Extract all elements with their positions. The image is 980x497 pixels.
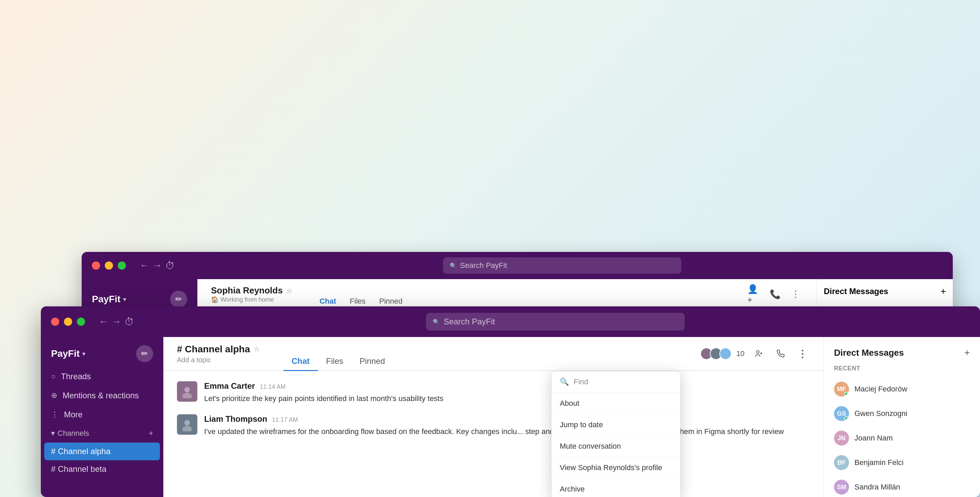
user-name-back: Sophia Reynolds ☆: [211, 285, 292, 296]
search-icon-back: 🔍: [450, 263, 457, 269]
nav-back-front[interactable]: ←: [99, 316, 108, 327]
chevron-down-icon: ▾: [82, 350, 85, 357]
window-front: ← → ⏱ 🔍 Search PayFit PayFit ▾ ✏ ○ Threa…: [41, 306, 980, 497]
avatar-emma-carter: [177, 381, 197, 402]
avatar-benjamin: BF: [834, 455, 849, 470]
minimize-button-front[interactable]: [64, 318, 72, 326]
maximize-button-front[interactable]: [77, 318, 85, 326]
more-options-icon[interactable]: ⋮: [795, 346, 810, 361]
tab-files-front[interactable]: Files: [318, 352, 352, 371]
dm-item-joann[interactable]: JN Joann Nam: [834, 426, 970, 450]
traffic-lights-front: [51, 318, 85, 326]
compose-button-back[interactable]: ✏: [170, 291, 187, 308]
tab-pinned-front[interactable]: Pinned: [352, 352, 393, 371]
sidebar-item-mentions[interactable]: ⊕ Mentions & reactions: [41, 386, 163, 405]
svg-point-3: [185, 387, 190, 392]
more-dots-icon: ⋮: [51, 410, 59, 419]
chat-header-back: Sophia Reynolds ☆ 🏠 Working from home Ch…: [197, 279, 817, 310]
message-content-2: Liam Thompson 11:17 AM I've updated the …: [204, 414, 810, 437]
search-placeholder-back: Search PayFit: [460, 261, 507, 270]
channels-chevron-icon: ▾: [51, 429, 55, 438]
maximize-button-back[interactable]: [118, 261, 126, 269]
message-content-1: Emma Carter 11:14 AM Let's prioritize th…: [204, 381, 810, 404]
sidebar-item-more[interactable]: ⋮ More: [41, 405, 163, 424]
dm-name-benjamin: Benjamin Felci: [854, 458, 904, 467]
member-avatars: [700, 347, 732, 360]
message-header-1: Emma Carter 11:14 AM: [204, 381, 810, 391]
dm-item-maciej[interactable]: MF Maciej Fedorów: [834, 377, 970, 401]
dm-name-joann: Joann Nam: [854, 434, 893, 443]
phone-call-icon[interactable]: [773, 346, 788, 361]
message-2: Liam Thompson 11:17 AM I've updated the …: [177, 414, 810, 437]
find-search-icon: 🔍: [560, 378, 569, 386]
star-icon-back[interactable]: ☆: [286, 287, 292, 295]
message-header-2: Liam Thompson 11:17 AM: [204, 414, 810, 424]
more-icon-back[interactable]: ⋮: [788, 287, 803, 302]
dm-item-benjamin[interactable]: BF Benjamin Felci: [834, 450, 970, 475]
dropdown-view-profile[interactable]: View Sophia Reynolds's profile: [552, 457, 680, 479]
nav-back-back[interactable]: ←: [140, 260, 149, 271]
nav-arrows-front: ← → ⏱: [99, 316, 134, 328]
channel-alpha-label: # Channel alpha: [51, 447, 111, 456]
user-status-back: 🏠 Working from home: [211, 296, 292, 303]
workspace-name-back[interactable]: PayFit ▾: [92, 294, 126, 305]
dm-header-back: Direct Messages +: [824, 286, 946, 297]
more-label: More: [64, 410, 83, 419]
search-bar-front[interactable]: 🔍 Search PayFit: [426, 313, 685, 331]
clock-icon-back: ⏱: [165, 260, 175, 271]
compose-button-front[interactable]: ✏: [136, 345, 153, 362]
add-channel-icon[interactable]: +: [149, 429, 153, 438]
threads-label: Threads: [61, 372, 91, 381]
chat-tabs-back: Chat Files Pinned: [313, 279, 409, 310]
search-placeholder-front: Search PayFit: [444, 317, 495, 327]
tab-chat-front[interactable]: Chat: [283, 352, 318, 371]
message-author-1: Emma Carter: [204, 381, 255, 391]
dm-name-gwen: Gwen Sonzogni: [854, 409, 907, 418]
minimize-button-back[interactable]: [105, 261, 113, 269]
dropdown-jump-to-date[interactable]: Jump to date: [552, 414, 680, 436]
close-button-back[interactable]: [92, 261, 100, 269]
search-bar-back[interactable]: 🔍 Search PayFit: [443, 257, 681, 274]
dm-item-gwen[interactable]: GS Gwen Sonzogni: [834, 401, 970, 426]
nav-forward-back[interactable]: →: [153, 260, 162, 271]
star-channel-icon[interactable]: ☆: [253, 345, 259, 354]
dropdown-about[interactable]: About: [552, 393, 680, 414]
sidebar-item-threads[interactable]: ○ Threads: [41, 367, 163, 386]
dm-add-button[interactable]: +: [964, 347, 970, 358]
titlebar-back: ← → ⏱ 🔍 Search PayFit: [82, 252, 953, 279]
svg-point-5: [185, 420, 190, 425]
avatar-liam-thompson: [177, 414, 197, 435]
channel-beta-label: # Channel beta: [51, 464, 107, 474]
workspace-name-front[interactable]: PayFit ▾: [51, 348, 85, 359]
nav-forward-front[interactable]: →: [111, 316, 121, 327]
dropdown-mute[interactable]: Mute conversation: [552, 436, 680, 457]
members-number: 10: [737, 349, 745, 358]
clock-icon-front: ⏱: [124, 316, 134, 328]
avatar-sandra: SM: [834, 479, 849, 495]
svg-point-0: [756, 350, 759, 354]
user-info-back: Sophia Reynolds ☆ 🏠 Working from home: [211, 285, 292, 303]
dropdown-archive[interactable]: Archive: [552, 479, 680, 497]
workspace-header-front: PayFit ▾ ✏: [41, 341, 163, 367]
dm-item-sandra[interactable]: SM Sandra Millán: [834, 475, 970, 497]
close-button-front[interactable]: [51, 318, 59, 326]
mentions-label: Mentions & reactions: [63, 391, 139, 400]
add-person-icon-back[interactable]: 👤+: [747, 287, 762, 302]
channel-item-beta[interactable]: # Channel beta: [41, 460, 163, 478]
channel-name: # Channel alpha ☆: [177, 344, 259, 355]
channel-topic[interactable]: Add a topic: [177, 356, 259, 364]
mentions-icon: ⊕: [51, 391, 57, 400]
channel-item-alpha[interactable]: # Channel alpha: [44, 443, 160, 460]
dm-name-sandra: Sandra Millán: [854, 483, 900, 492]
online-indicator-gwen: [844, 416, 848, 421]
channels-section-header: ▾ Channels +: [41, 424, 163, 443]
members-count: 10: [700, 347, 745, 360]
avatar-joann: JN: [834, 431, 849, 446]
dm-add-back[interactable]: +: [940, 286, 946, 297]
main-chat-front: # Channel alpha ☆ Add a topic Chat Files…: [163, 337, 824, 497]
dropdown-menu: 🔍 About Find About Jump to date Mute con…: [551, 371, 681, 497]
dropdown-search[interactable]: 🔍 About Find: [552, 371, 680, 393]
phone-icon-back[interactable]: 📞: [768, 287, 783, 302]
nav-arrows-back: ← → ⏱: [140, 260, 175, 271]
add-member-icon[interactable]: [751, 346, 766, 361]
